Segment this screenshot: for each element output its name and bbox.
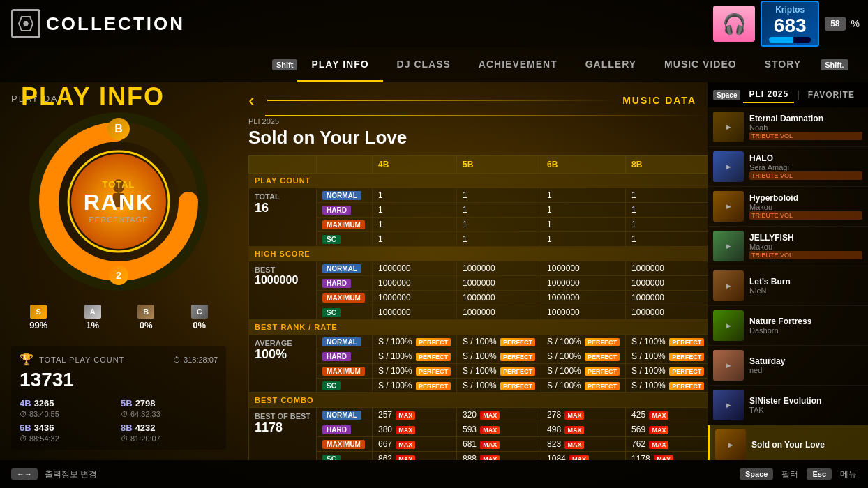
rank-bar-s: S 99% [29,305,47,330]
hs-diff-maximum: MAXIMUM [317,291,373,305]
song-item-nature-fortress[interactable]: ▶ Nature Fortress Dashorn [708,306,868,346]
bc-diff-sc: SC [317,452,373,461]
song-item-sinister-evolution[interactable]: ▶ SINister Evolution TAK [708,386,868,425]
song-item-lets-burn[interactable]: ▶ Let's Burn NieN [708,266,868,306]
shift-left-badge[interactable]: Shift [272,59,297,70]
song-title-4: JELLYFISH [749,233,862,243]
pc-8b-sc: 1 [626,232,708,247]
bc-8b-m: 762 MAX [626,437,708,452]
rp-tab-favorite[interactable]: FAVORITE [802,87,860,102]
song-thumb-7: ▶ [713,350,744,381]
hs-5b-sc: 1000000 [457,305,541,320]
br-5b-n: S / 100% PERFECT [457,335,541,349]
hs-4b-m: 1000000 [372,291,456,305]
table-row: AVERAGE 100% NORMAL S / 100% PERFECT S /… [249,335,708,349]
song-item-eternal-damnation[interactable]: ▶ Eternal Damnation Noah TRIBUTE VOL [708,107,868,147]
table-row: BEST OF BEST 1178 NORMAL 257 MAX 320 MAX… [249,408,708,422]
filter-key[interactable]: Space [740,468,773,480]
play-count-6b: 6B 3436 ⏱ 88:54:32 [20,422,117,443]
pc-5b-n: 1 [457,188,541,203]
song-artist-5: NieN [749,287,862,295]
bc-diff-maximum: MAXIMUM [317,437,373,452]
tab-dj-class[interactable]: DJ CLASS [383,47,465,82]
play-count-section: 🏆 TOTAL PLAY COUNT ⏱ 318:28:07 13731 4B … [11,346,226,450]
rank-bar-b: B 0% [137,305,154,330]
bc-4b-sc: 862 MAX [372,452,456,461]
bc-6b-n: 278 MAX [541,408,626,422]
tab-achievement[interactable]: ACHIEVEMENT [465,47,571,82]
hs-8b-h: 1000000 [626,276,708,291]
xp-pct-symbol: % [851,18,860,29]
logo-area: COLLECTION [0,9,185,38]
song-pli: PLI 2025 [248,117,696,125]
key-5b: 5B [121,398,133,409]
space-badge: Space [713,90,740,100]
user-xp-bar [769,37,811,43]
song-title-3: Hyperboloid [749,193,862,203]
song-list: ▶ Eternal Damnation Noah TRIBUTE VOL ▶ H… [708,107,868,460]
tab-gallery[interactable]: GALLERY [571,47,650,82]
song-title-6: Nature Fortress [749,317,862,326]
song-item-halo[interactable]: ▶ HALO Sera Amagi TRIBUTE VOL [708,147,868,187]
br-8b-m: S / 100% PERFECT [626,364,708,379]
val-8b: 4232 [135,422,156,433]
song-artist-2: Sera Amagi [749,163,862,171]
br-8b-h: S / 100% PERFECT [626,349,708,364]
table-row: MAXIMUM 667 MAX 681 MAX 823 MAX 762 MAX [249,437,708,452]
filter-label: 필터 [781,468,798,480]
col-header-section [249,156,317,174]
song-item-hyperboloid[interactable]: ▶ Hyperboloid Makou TRIBUTE VOL [708,187,868,227]
rank-bar-c: C 0% [191,305,208,330]
bc-4b-m: 667 MAX [372,437,456,452]
table-row: BEST 1000000 NORMAL 1000000 1000000 1000… [249,261,708,276]
nav-tabs: Shift PLAY INFO DJ CLASS ACHIEVEMENT GAL… [0,47,868,82]
br-5b-h: S / 100% PERFECT [457,349,541,364]
song-tag-1: TRIBUTE VOL [749,132,862,140]
rp-tab-pli2025[interactable]: PLI 2025 [743,86,794,103]
song-item-saturday[interactable]: ▶ Saturday ned [708,346,868,386]
best-combo-label: BEST COMBO [249,393,708,408]
tab-music-video[interactable]: MUSIC VIDEO [650,47,751,82]
shift-right-badge[interactable]: Shift. [821,59,848,70]
top-right: 🎧 Kriptos 683 58 % [713,1,868,47]
song-artist-7: ned [749,366,862,374]
hs-8b-sc: 1000000 [626,305,708,320]
rank-circle-inner: TOTAL RANK PERCENTAGE [84,179,154,224]
song-title-5: Let's Burn [749,277,862,287]
back-arrow-button[interactable]: ‹ [248,89,255,112]
hs-6b-h: 1000000 [541,276,626,291]
song-thumb-4: ▶ [713,231,744,261]
br-diff-normal: NORMAL [317,335,373,349]
play-count-label: TOTAL PLAY COUNT [39,356,124,364]
bc-5b-n: 320 MAX [457,408,541,422]
tab-story[interactable]: STORY [751,47,815,82]
music-data-label: MUSIC DATA [622,95,696,106]
pc-8b-n: 1 [626,188,708,203]
user-xp-fill [769,37,793,43]
diff-hard: HARD [317,203,373,218]
song-artist-8: TAK [749,406,862,414]
rank-circle-container: B TOTAL RANK PERCENTAGE 2 [28,111,209,292]
tab-play-info[interactable]: PLAY INFO [297,47,382,82]
br-4b-sc: S / 100% PERFECT [372,379,456,393]
rank-total-label: TOTAL [84,179,154,190]
rank-label: RANK [84,190,154,215]
table-row: HARD S / 100% PERFECT S / 100% PERFECT S… [249,349,708,364]
song-item-jellyfish[interactable]: ▶ JELLYFISH Makou TRIBUTE VOL [708,227,868,266]
menu-key[interactable]: Esc [807,468,832,480]
high-score-best-label: BEST 1000000 [249,261,317,320]
br-6b-n: S / 100% PERFECT [541,335,626,349]
song-item-sold-on-your-love[interactable]: ▶ Sold on Your Love [708,425,868,460]
best-rank-label: BEST RANK / RATE [249,320,708,335]
br-4b-n: S / 100% PERFECT [372,335,456,349]
bc-5b-m: 681 MAX [457,437,541,452]
bc-8b-n: 425 MAX [626,408,708,422]
table-row: HARD 1000000 1000000 1000000 1000000 [249,276,708,291]
song-artist-1: Noah [749,123,862,132]
separator-line [265,115,708,116]
br-4b-h: S / 100% PERFECT [372,349,456,364]
table-row: MAXIMUM 1 1 1 1 [249,218,708,232]
high-score-label: HIGH SCORE [249,247,708,261]
total-time: 318:28:07 [184,356,218,364]
user-info-box: Kriptos 683 [761,1,819,47]
